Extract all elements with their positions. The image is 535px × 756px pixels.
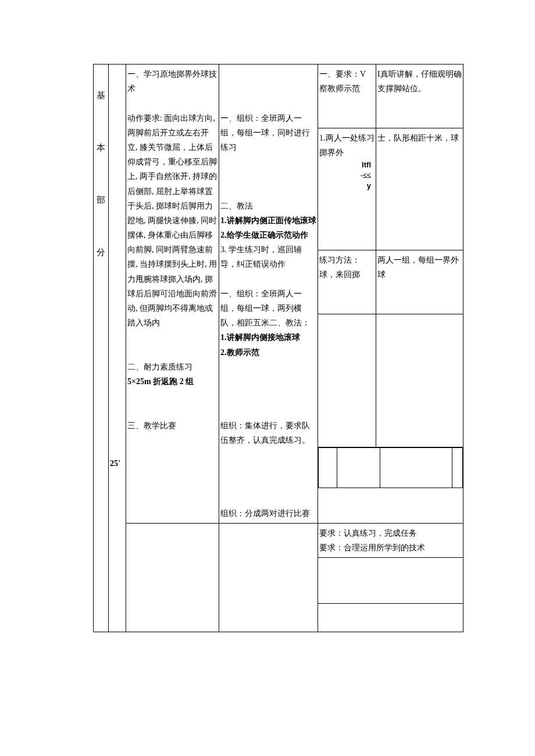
method-cell: 一、组织：全班两人一组，每组一球，同时进行练习 二、教法 1.讲解脚内侧正面传地…: [219, 65, 318, 524]
req1: 要求：认真练习，完成任务: [319, 526, 462, 540]
section-char: 基: [97, 91, 105, 100]
content-lower: [126, 523, 219, 632]
right-r1-text: 一、要求：V: [319, 70, 366, 78]
content-item1-body: 动作要求: 面向出球方向, 两脚前后开立或左右开立, 膝关节微屈，上体后仰成背弓…: [127, 111, 217, 331]
right-empty-2: [376, 314, 463, 447]
content-item2-body: 5×25m 折返跑 2 组: [127, 374, 217, 389]
dia-2: -≤≤: [360, 171, 371, 180]
right-practice-left: 1.两人一处练习掷界外 ltfl -≤≤ y: [318, 128, 376, 250]
nested-c3: [380, 447, 452, 488]
time-cell: 25': [109, 65, 126, 632]
nested-c1: [319, 447, 337, 488]
req2: 要求：合理运用所学到的技术: [319, 540, 462, 555]
time-value: 25': [110, 459, 120, 468]
practice-method-left: 练习方法：球，来回掷: [318, 250, 376, 314]
nested-c4: [452, 447, 462, 488]
section-char: 分: [97, 248, 105, 257]
section-char: 部: [97, 195, 105, 205]
right-spare-1: [318, 558, 463, 604]
method-m2-1: 1.讲解脚内侧正面传地滚球: [220, 213, 316, 228]
method-m3-1: 1.讲解脚内侧接地滚球: [220, 330, 316, 345]
action-req-body: 面向出球方向, 两脚前后开立或左右开立, 膝关节微屈，上体后仰成背弓，重心移至后…: [127, 114, 217, 328]
lesson-plan-table: 基 本 部 分 25' 一、学习原地掷界外球技术 动作要求: 面向出球方向, 两…: [93, 64, 463, 632]
content-item1-title: 一、学习原地掷界外球技术: [127, 67, 217, 96]
method-m3: 一、组织：全班两人一组，每组一球，两列横队，相距五米二、教法：: [220, 286, 316, 331]
content-cell: 一、学习原地掷界外球技术 动作要求: 面向出球方向, 两脚前后开立或左右开立, …: [126, 65, 219, 524]
nested-row: [318, 447, 463, 523]
action-req-label: 动作要求:: [127, 114, 162, 123]
method-m2-2: 2.给学生做正确示范动作: [220, 228, 316, 242]
right-pr1: 1.两人一处练习掷界外: [319, 134, 374, 157]
dia-1: ltfl: [362, 160, 371, 169]
right-practice-right: 士，队形相距十米，球: [376, 128, 463, 250]
method-m4: 组织：集体进行，要求队伍整齐，认真完成练习。: [220, 418, 316, 447]
practice-method-right: 两人一组，每组一界外球: [376, 250, 463, 314]
section-char: 本: [97, 143, 105, 152]
diagram: ltfl -≤≤ y: [319, 160, 374, 192]
right-r2: I真听讲解，仔细观明确支撑脚站位。: [376, 65, 463, 128]
section-label: 基 本 部 分: [94, 65, 109, 632]
dia-3: y: [367, 181, 371, 190]
method-m2-title: 二、教法: [220, 199, 316, 213]
right-spare-2: [318, 604, 463, 632]
method-m5: 组织：分成两对进行比赛: [220, 506, 316, 521]
right-empty-1: [318, 314, 376, 447]
method-m2-3: 3. 学生练习时，巡回辅导，纠正错误动作: [220, 242, 316, 271]
content-item2-title: 二、耐力素质练习: [127, 360, 217, 374]
method-m1: 一、组织：全班两人一组，每组一球，同时进行练习: [220, 111, 316, 155]
content-item3-title: 三、教学比赛: [127, 418, 217, 433]
method-lower: [219, 523, 318, 632]
nested-c2: [337, 447, 380, 488]
right-r1: 一、要求：V 察教师示范: [318, 65, 376, 128]
method-m3-2: 2.教师示范: [220, 345, 316, 360]
requirements: 要求：认真练习，完成任务 要求：合理运用所学到的技术: [318, 523, 463, 557]
right-r1-note: 察教师示范: [319, 84, 360, 93]
